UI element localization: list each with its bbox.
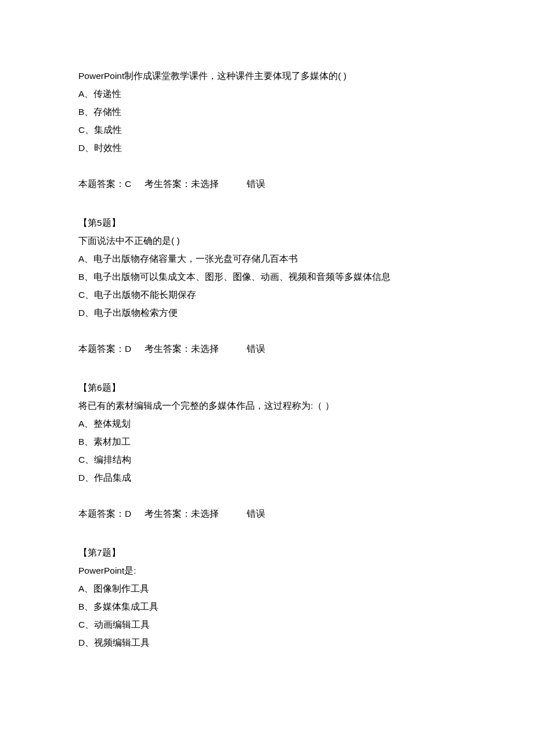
question-stem: PowerPoint是: [78, 561, 456, 579]
option-c: C、集成性 [78, 121, 456, 139]
answer-row: 本题答案：D 考生答案：未选择 错误 [78, 505, 456, 523]
option-a: A、整体规划 [78, 415, 456, 433]
question-stem: 下面说法中不正确的是( ) [78, 232, 456, 250]
option-b: B、存储性 [78, 103, 456, 121]
question-7: 【第7题】 PowerPoint是: A、图像制作工具 B、多媒体集成工具 C、… [78, 543, 456, 651]
option-d: D、电子出版物检索方便 [78, 304, 456, 322]
question-header: 【第7题】 [78, 543, 456, 561]
candidate-answer: 考生答案：未选择 [145, 340, 219, 358]
candidate-answer: 考生答案：未选择 [145, 505, 219, 523]
result-status: 错误 [247, 340, 265, 358]
question-header: 【第5题】 [78, 214, 456, 232]
option-c: C、电子出版物不能长期保存 [78, 286, 456, 304]
answer-row: 本题答案：C 考生答案：未选择 错误 [78, 175, 456, 193]
question-stem: PowerPoint制作成课堂教学课件，这种课件主要体现了多媒体的( ) [78, 67, 456, 85]
correct-answer: 本题答案：C [78, 175, 131, 193]
option-c: C、动画编辑工具 [78, 615, 456, 633]
option-a: A、图像制作工具 [78, 579, 456, 597]
question-4-partial: PowerPoint制作成课堂教学课件，这种课件主要体现了多媒体的( ) A、传… [78, 67, 456, 193]
answer-row: 本题答案：D 考生答案：未选择 错误 [78, 340, 456, 358]
option-a: A、传递性 [78, 85, 456, 103]
option-d: D、时效性 [78, 139, 456, 157]
option-b: B、多媒体集成工具 [78, 597, 456, 615]
question-6: 【第6题】 将已有的素材编辑成一个完整的多媒体作品，这过程称为:（ ） A、整体… [78, 379, 456, 523]
candidate-answer: 考生答案：未选择 [145, 175, 219, 193]
correct-answer: 本题答案：D [78, 505, 131, 523]
question-header: 【第6题】 [78, 379, 456, 397]
question-5: 【第5题】 下面说法中不正确的是( ) A、电子出版物存储容量大，一张光盘可存储… [78, 214, 456, 358]
option-d: D、视频编辑工具 [78, 633, 456, 651]
question-stem: 将已有的素材编辑成一个完整的多媒体作品，这过程称为:（ ） [78, 397, 456, 415]
option-d: D、作品集成 [78, 469, 456, 487]
result-status: 错误 [247, 175, 265, 193]
correct-answer: 本题答案：D [78, 340, 131, 358]
option-c: C、编排结构 [78, 451, 456, 469]
option-b: B、电子出版物可以集成文本、图形、图像、动画、视频和音频等多媒体信息 [78, 268, 456, 286]
result-status: 错误 [247, 505, 265, 523]
document-content: PowerPoint制作成课堂教学课件，这种课件主要体现了多媒体的( ) A、传… [0, 0, 534, 651]
option-b: B、素材加工 [78, 433, 456, 451]
option-a: A、电子出版物存储容量大，一张光盘可存储几百本书 [78, 250, 456, 268]
